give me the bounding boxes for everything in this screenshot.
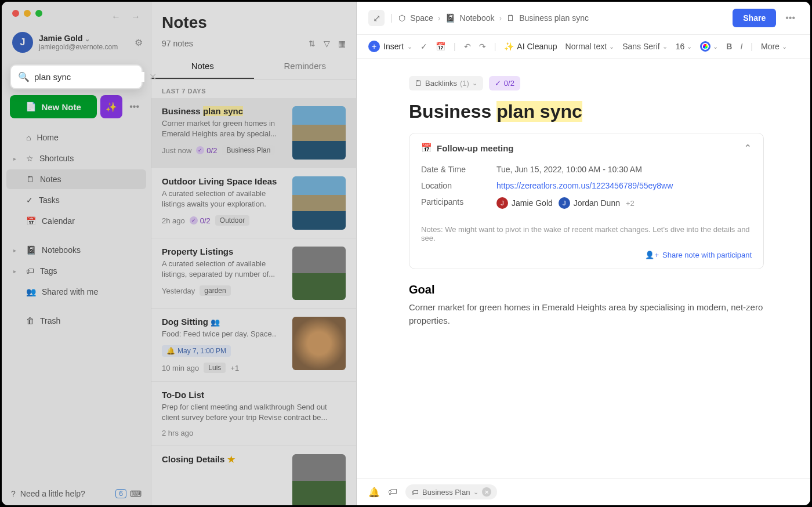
expand-icon[interactable]: ⤢: [368, 10, 385, 26]
notebook-icon: 📓: [445, 13, 455, 23]
home-icon: ⌂: [26, 133, 31, 142]
meeting-link[interactable]: https://zereatlors.zoom.us/1223456789/55…: [496, 181, 673, 190]
goal-text: Corner market for green homes in Emerald…: [409, 301, 764, 327]
crumb-notebook[interactable]: Notebook: [460, 13, 495, 23]
undo-icon[interactable]: ↶: [464, 42, 471, 51]
share-with-participants[interactable]: 👤+Share note with participant: [421, 251, 752, 259]
share-button[interactable]: Share: [733, 9, 776, 27]
bold-button[interactable]: B: [726, 42, 732, 51]
note-card[interactable]: Closing Details ★: [151, 446, 356, 505]
text-style-select[interactable]: Normal text⌄: [566, 42, 615, 51]
card-thumbnail: [292, 176, 346, 230]
calendar-icon[interactable]: 📅: [436, 42, 445, 51]
card-thumbnail: [292, 454, 346, 505]
tab-reminders[interactable]: Reminders: [254, 54, 357, 79]
plus-icon: +: [368, 41, 380, 52]
tab-notes[interactable]: Notes: [151, 54, 254, 79]
ai-cleanup-button[interactable]: AI Cleanup: [504, 42, 557, 51]
profile[interactable]: J Jamie Gold ⌄ jamiegold@evernote.com ⚙: [2, 17, 151, 59]
footer-tag[interactable]: 🏷Business Plan⌄✕: [405, 484, 497, 499]
search-box[interactable]: 🔍 ✕: [10, 64, 143, 89]
font-select[interactable]: Sans Serif⌄: [622, 42, 668, 51]
font-size-select[interactable]: 16⌄: [676, 42, 693, 51]
label-participants: Participants: [421, 197, 496, 209]
card-tag: garden: [200, 285, 230, 296]
search-input[interactable]: [34, 72, 144, 82]
color-picker[interactable]: ⌄: [700, 41, 718, 52]
task-icon[interactable]: ✓: [420, 42, 427, 51]
note-icon: 📄: [26, 102, 37, 112]
note-card[interactable]: Property Listings A curated selection of…: [151, 238, 356, 309]
note-count: 97 notes: [162, 39, 193, 48]
tasks-pill[interactable]: ✓0/2: [489, 76, 520, 90]
more-formatting[interactable]: More⌄: [761, 42, 787, 51]
nav-shared[interactable]: 👥Shared with me: [6, 282, 146, 302]
nav-tags[interactable]: ▸🏷Tags: [6, 261, 146, 281]
card-time: Just now: [162, 146, 191, 155]
close-window[interactable]: [12, 10, 19, 17]
maximize-window[interactable]: [35, 10, 42, 17]
crumb-space[interactable]: Space: [410, 13, 433, 23]
participant[interactable]: JJordan Dunn: [559, 197, 620, 209]
star-icon: ★: [227, 454, 235, 464]
sort-icon[interactable]: ⇅: [309, 39, 316, 48]
remove-tag-icon[interactable]: ✕: [482, 487, 491, 497]
chevron-right-icon: ▸: [13, 268, 20, 274]
editor-content[interactable]: 🗒Backlinks(1)⌄ ✓0/2 Business plan sync 📅…: [357, 59, 810, 478]
backlinks-pill[interactable]: 🗒Backlinks(1)⌄: [409, 76, 483, 90]
chevron-down-icon: ⌄: [85, 35, 90, 42]
sidebar: ← → J Jamie Gold ⌄ jamiegold@evernote.co…: [2, 2, 151, 505]
color-icon: [700, 41, 710, 52]
panel-title: Notes: [162, 13, 346, 32]
nav-shortcuts[interactable]: ▸☆Shortcuts: [6, 149, 146, 168]
insert-button[interactable]: +Insert⌄: [368, 41, 412, 52]
minimize-window[interactable]: [24, 10, 31, 17]
note-card[interactable]: Business plan sync Corner market for gre…: [151, 98, 356, 168]
tag-icon: 🏷: [26, 266, 34, 276]
nav-notes[interactable]: 🗒Notes: [6, 169, 146, 189]
tag-add-icon[interactable]: 🏷: [388, 487, 397, 497]
nav-notebooks[interactable]: ▸📓Notebooks: [6, 240, 146, 260]
more-options-icon[interactable]: •••: [126, 102, 143, 112]
more-participants[interactable]: +2: [626, 199, 635, 208]
chevron-right-icon: ▸: [13, 155, 20, 162]
settings-icon[interactable]: ⚙: [135, 37, 143, 48]
crumb-note[interactable]: Business plan sync: [519, 13, 589, 23]
chevron-up-icon[interactable]: ⌃: [744, 143, 752, 153]
note-card[interactable]: To-Do List Prep for client meeting and w…: [151, 382, 356, 446]
card-time: 10 min ago: [162, 364, 199, 372]
note-card[interactable]: Outdoor Living Space Ideas A curated sel…: [151, 168, 356, 238]
editor-footer: 🔔 🏷 🏷Business Plan⌄✕: [357, 478, 810, 505]
italic-button[interactable]: I: [740, 42, 742, 51]
nav-calendar[interactable]: 📅Calendar: [6, 211, 146, 231]
ai-assist-button[interactable]: ✨: [100, 95, 122, 118]
card-title: Outdoor Living Space Ideas: [162, 176, 285, 186]
help-link[interactable]: ? Need a little help? 6 ⌨: [2, 482, 151, 505]
goal-section[interactable]: Goal Corner market for green homes in Em…: [409, 283, 764, 327]
redo-icon[interactable]: ↷: [479, 42, 486, 51]
help-icon: ?: [11, 489, 16, 498]
chevron-right-icon: ▸: [13, 247, 20, 253]
nav-trash[interactable]: 🗑Trash: [6, 311, 146, 331]
card-excerpt: A curated selection of available listing…: [162, 189, 285, 209]
participant[interactable]: JJamie Gold: [496, 197, 553, 209]
check-icon: ✓: [495, 79, 501, 88]
reminder-add-icon[interactable]: 🔔: [368, 487, 380, 498]
card-title: Closing Details ★: [162, 454, 285, 465]
card-excerpt: Food: Feed twice per day. Space..: [162, 329, 285, 339]
shared-icon: 👥: [211, 318, 220, 327]
note-title[interactable]: Business plan sync: [409, 101, 764, 122]
nav-tasks[interactable]: ✓Tasks: [6, 190, 146, 210]
toolbar: +Insert⌄ ✓ 📅 | ↶ ↷ | AI Cleanup Normal t…: [357, 35, 810, 59]
note-card[interactable]: Dog Sitting 👥 Food: Feed twice per day. …: [151, 309, 356, 382]
clear-search-icon[interactable]: ✕: [149, 71, 157, 82]
more-icon[interactable]: •••: [782, 13, 799, 23]
calendar-icon: 📅: [26, 216, 36, 226]
filter-icon[interactable]: ▽: [324, 39, 330, 48]
keyboard-icon[interactable]: ⌨: [130, 489, 142, 498]
view-icon[interactable]: ▦: [338, 39, 346, 48]
sparkle-icon: ✨: [106, 102, 117, 113]
new-note-button[interactable]: 📄New Note: [10, 95, 97, 118]
card-excerpt: A curated selection of available listing…: [162, 259, 285, 280]
nav-home[interactable]: ⌂Home: [6, 128, 146, 147]
